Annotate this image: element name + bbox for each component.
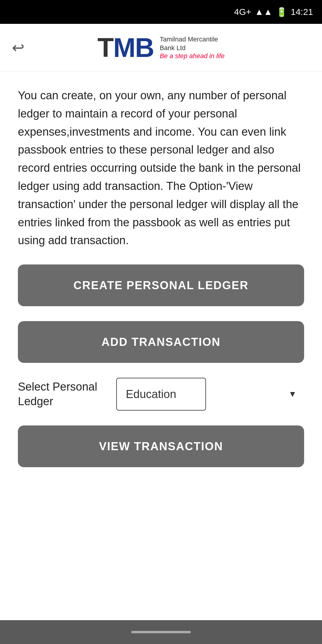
header: ↩ T M B Tamilnad Mercantile Bank Ltd Be …	[0, 24, 322, 72]
ledger-dropdown-wrapper[interactable]: Education Food Travel Medical Entertainm…	[116, 378, 304, 411]
bank-name-2: Bank Ltd	[160, 44, 186, 52]
status-bar: 4G+ ▲▲ 🔋 14:21	[0, 0, 322, 24]
create-ledger-button[interactable]: CREATE PERSONAL LEDGER	[18, 264, 304, 306]
back-icon: ↩	[12, 39, 24, 56]
view-transaction-button[interactable]: VIEW TRANSACTION	[18, 425, 304, 467]
logo-letter-t: T	[97, 34, 113, 61]
ledger-dropdown[interactable]: Education Food Travel Medical Entertainm…	[116, 378, 206, 411]
bank-name: Tamilnad Mercantile	[160, 35, 218, 44]
description-text: You can create, on your own, any number …	[18, 86, 304, 250]
add-transaction-button[interactable]: ADD TRANSACTION	[18, 321, 304, 363]
home-indicator	[131, 631, 191, 633]
select-ledger-label: Select Personal Ledger	[18, 380, 107, 409]
status-bar-content: 4G+ ▲▲ 🔋 14:21	[234, 7, 313, 17]
signal-text: 4G+	[234, 7, 251, 17]
back-button[interactable]: ↩	[12, 39, 24, 56]
battery-icon: 🔋	[276, 7, 287, 17]
signal-icon: ▲▲	[255, 7, 273, 17]
time-text: 14:21	[291, 7, 313, 17]
bank-tagline: Be a step ahead in life	[160, 52, 225, 60]
logo-container: T M B Tamilnad Mercantile Bank Ltd Be a …	[97, 34, 225, 61]
select-ledger-row: Select Personal Ledger Education Food Tr…	[18, 378, 304, 411]
logo-letter-b: B	[135, 34, 154, 61]
logo-caret: M	[113, 34, 135, 61]
bank-info: Tamilnad Mercantile Bank Ltd Be a step a…	[160, 35, 225, 60]
tmb-logo-text: T M B	[97, 34, 154, 61]
main-content: You can create, on your own, any number …	[0, 72, 322, 620]
bottom-bar	[0, 620, 322, 644]
